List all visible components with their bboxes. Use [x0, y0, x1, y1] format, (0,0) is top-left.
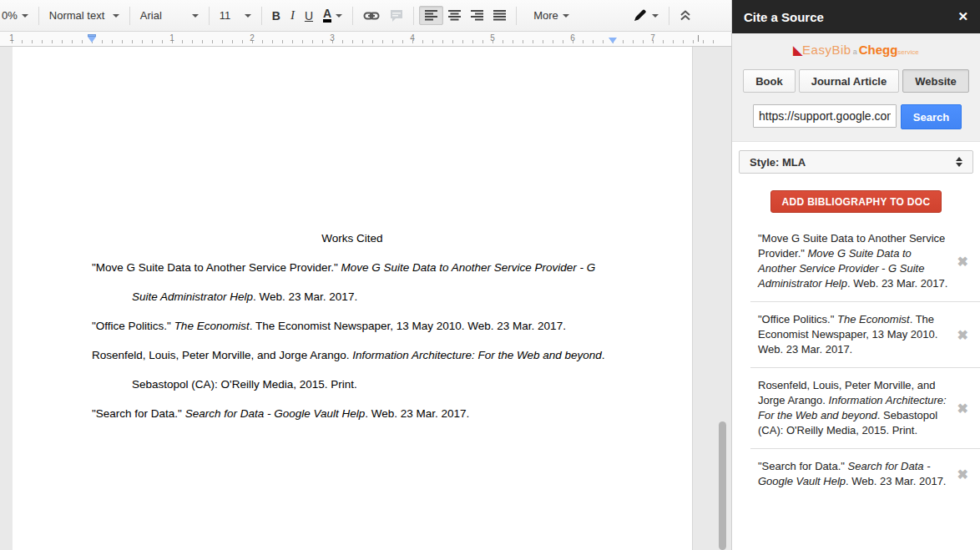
vertical-scrollbar[interactable]: [719, 421, 726, 550]
citation-text: . Web. 23 Mar. 2017.: [253, 290, 357, 303]
ruler-end-mark: [698, 35, 699, 42]
italic-button[interactable]: I: [285, 5, 300, 26]
font-family-select[interactable]: Arial: [135, 6, 204, 25]
citation-text: . Web. 23 Mar. 2017.: [847, 277, 947, 290]
zoom-select[interactable]: 0%: [0, 6, 33, 25]
bold-button[interactable]: B: [267, 6, 285, 26]
sidebar-header: Cite a Source ✕: [732, 0, 980, 33]
editing-mode-button[interactable]: [628, 5, 664, 26]
paragraph-style-select[interactable]: Normal text: [44, 6, 124, 25]
delete-citation-icon[interactable]: ✖: [957, 401, 968, 416]
easybib-chegg-logo: ◣EasyBibaCheggservice: [732, 42, 980, 62]
more-button[interactable]: More: [528, 6, 574, 25]
ruler-number: 2: [248, 33, 256, 43]
ruler-number: 7: [649, 33, 657, 43]
citation-text-italic: The Economist: [837, 313, 910, 325]
citation-style-label: Style: MLA: [750, 156, 806, 169]
toolbar-divider: [261, 7, 262, 25]
toolbar-divider: [38, 7, 39, 25]
bold-icon: B: [272, 9, 280, 23]
italic-icon: I: [290, 8, 295, 23]
close-icon[interactable]: ✕: [957, 9, 968, 24]
select-updown-icon: [956, 157, 962, 167]
chevron-down-icon: [113, 14, 119, 18]
url-search-input[interactable]: [753, 104, 897, 128]
chevron-down-icon: [22, 14, 28, 18]
comment-icon: [390, 9, 403, 22]
citation-text: . Web. 23 Mar. 2017.: [365, 407, 469, 420]
align-left-icon: [425, 10, 437, 21]
easybib-mark-icon: ◣: [793, 43, 802, 57]
citation-text: "Move G Suite Data to Another Service Pr…: [92, 261, 341, 274]
chevron-down-icon: [192, 14, 199, 18]
collapse-toolbar-button[interactable]: [674, 7, 696, 24]
citation-entry-text: Rosenfeld, Louis, Peter Morville, and Jo…: [758, 378, 952, 438]
add-bibliography-button[interactable]: ADD BIBLIOGRAPHY TO DOC: [770, 190, 942, 213]
ruler-number: 5: [488, 33, 497, 43]
delete-citation-icon[interactable]: ✖: [957, 254, 968, 270]
insert-link-button[interactable]: [358, 8, 385, 24]
cite-source-sidebar: Cite a Source ✕ ◣EasyBibaCheggservice Bo…: [731, 0, 980, 550]
citation-list: "Move G Suite Data to Another Service Pr…: [732, 221, 980, 499]
document-page[interactable]: Works Cited "Move G Suite Data to Anothe…: [13, 47, 693, 550]
citation-text: . The Economist Newspaper, 13 May 2010. …: [250, 320, 566, 332]
align-right-button[interactable]: [466, 7, 488, 24]
source-type-tabs: Book Journal Article Website: [732, 69, 980, 93]
right-indent-marker[interactable]: [609, 38, 617, 43]
logo-service-text: service: [897, 48, 918, 56]
ruler-number: 1: [168, 33, 176, 43]
font-size-select[interactable]: 11: [215, 6, 256, 25]
citation-entry-text: "Search for Data." Search for Data - Goo…: [758, 459, 952, 489]
chegg-logo-text: Chegg: [859, 43, 898, 57]
delete-citation-icon[interactable]: ✖: [957, 327, 968, 343]
citation-entry-text: "Move G Suite Data to Another Service Pr…: [758, 231, 952, 291]
document-canvas[interactable]: Works Cited "Move G Suite Data to Anothe…: [0, 47, 731, 550]
ruler-number: 1: [8, 33, 16, 43]
align-left-button[interactable]: [419, 6, 443, 25]
citation-text: "Office Politics.": [92, 320, 174, 332]
tab-book[interactable]: Book: [743, 69, 796, 93]
font-family-label: Arial: [140, 9, 162, 22]
left-indent-marker[interactable]: [88, 34, 96, 43]
align-center-icon: [448, 10, 461, 21]
toolbar-divider: [352, 7, 353, 25]
sidebar-search-section: ◣EasyBibaCheggservice Book Journal Artic…: [732, 33, 980, 142]
search-button[interactable]: Search: [901, 104, 962, 129]
more-label: More: [533, 9, 558, 22]
ruler-number: 4: [408, 33, 417, 43]
easybib-logo-text: EasyBib: [802, 43, 851, 57]
tab-journal-article[interactable]: Journal Article: [799, 69, 900, 93]
tab-website-label: Website: [915, 75, 957, 88]
add-bibliography-row: ADD BIBLIOGRAPHY TO DOC: [732, 190, 980, 213]
tab-journal-article-label: Journal Article: [811, 75, 887, 88]
horizontal-ruler[interactable]: 1 1 2 3 4 5 6 7: [0, 32, 731, 47]
sidebar-title: Cite a Source: [744, 10, 824, 24]
toolbar-divider: [209, 7, 210, 25]
citation-text: Rosenfeld, Louis, Peter Morville, and Jo…: [92, 349, 352, 361]
citation-text: "Search for Data.": [92, 407, 185, 420]
chevron-down-icon: [563, 14, 569, 18]
left-indent-triangle-icon: [88, 37, 96, 43]
align-center-button[interactable]: [443, 7, 466, 24]
tab-book-label: Book: [755, 75, 783, 88]
text-color-button[interactable]: A: [318, 5, 347, 26]
docs-toolbar: 0% Normal text Arial 11 B I U A: [0, 0, 731, 32]
doc-citation-paragraph: Rosenfeld, Louis, Peter Morville, and Jo…: [13, 341, 692, 399]
delete-citation-icon[interactable]: ✖: [957, 467, 968, 482]
citation-text: . Web. 23 Mar. 2017.: [846, 475, 946, 487]
citation-style-select[interactable]: Style: MLA: [739, 150, 973, 174]
link-icon: [363, 11, 380, 21]
toolbar-divider: [413, 7, 414, 25]
citation-text-italic: Search for Data - Google Vault Help: [185, 407, 366, 420]
tab-website[interactable]: Website: [902, 69, 969, 93]
align-right-icon: [471, 10, 483, 21]
ruler-number: 6: [568, 33, 577, 43]
chevron-down-icon: [652, 14, 659, 18]
chevron-down-icon: [336, 14, 342, 18]
insert-comment-button[interactable]: [385, 6, 408, 25]
underline-button[interactable]: U: [300, 6, 318, 26]
align-justify-button[interactable]: [488, 7, 511, 24]
font-size-label: 11: [220, 9, 231, 22]
citation-list-item: Rosenfeld, Louis, Peter Morville, and Jo…: [750, 367, 980, 448]
paragraph-style-label: Normal text: [49, 9, 104, 22]
